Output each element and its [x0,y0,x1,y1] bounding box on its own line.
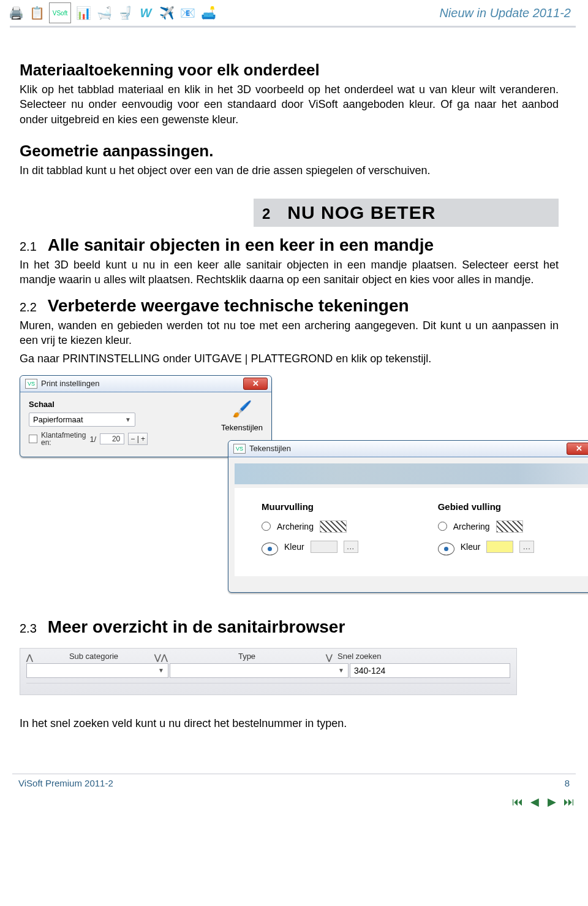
para-sub22a: Muren, wanden en gebieden werden tot nu … [20,318,559,348]
chapter-title: NU NOG BETER [287,202,435,223]
color-swatch-yellow[interactable] [486,541,513,553]
heading-materiaal: Materiaaltoekenning voor elk onderdeel [20,61,559,80]
close-button[interactable]: ✕ [567,443,588,455]
radio-gebied-archering[interactable] [438,522,447,531]
radio-muur-archering[interactable] [262,522,271,531]
para-sub22b: Ga naar PRINTINSTELLING onder UITGAVE | … [20,351,559,366]
radio-label: Kleur [461,542,481,552]
subsection-number: 2.1 [20,240,37,254]
sanitairbrowser-strip: ⋀ Sub categorie ⋁ ⋀ Type ⋁ Snel zoeken ▼… [20,648,517,695]
klantafmeting-checkbox[interactable] [29,435,37,443]
tekenstijlen-label: Tekenstijlen [221,423,263,432]
color-picker-button[interactable]: ... [344,541,358,553]
chevron-down-icon: ▼ [338,667,344,674]
radio-label: Archering [453,522,490,531]
snelzoeken-input[interactable]: 340-124 [350,663,510,678]
sort-asc-icon[interactable]: ⋀ [161,653,168,662]
radio-label: Kleur [284,542,304,552]
nav-first-icon[interactable]: ⏮ [511,796,524,808]
close-button[interactable]: ✕ [243,378,268,390]
brush-icon: 🖌️ [230,400,254,419]
dialog-title-text: Tekenstijlen [249,444,291,453]
send-icon: ✈️ [158,4,175,21]
chapter-number: 2 [262,205,270,223]
visoft-logo-icon: VS [25,379,37,389]
subsection-number: 2.3 [20,622,37,636]
visoft-logo-icon: VS [233,444,246,454]
column-header-subcategorie[interactable]: ⋀ Sub categorie ⋁ [26,652,161,661]
subcategorie-select[interactable]: ▼ [26,663,168,678]
fraction-prefix: 1/ [89,435,96,444]
checklist-icon: 📋 [28,4,45,21]
page-header-title: Nieuw in Update 2011-2 [439,6,571,20]
chevron-down-icon: ▼ [125,416,131,423]
radio-label: Archering [277,522,314,531]
sort-desc-icon[interactable]: ⋁ [326,653,333,662]
nav-last-icon[interactable]: ⏭ [562,796,576,808]
subsection-title: Alle sanitair objecten in een keer in ee… [48,235,434,255]
wave-icon: W [137,4,154,21]
printer-icon: 🖨️ [7,4,24,21]
footer-rule [12,774,576,774]
bathtub-icon: 🛁 [96,4,113,21]
color-picker-button[interactable]: ... [519,541,534,553]
browser-divider [26,683,510,688]
type-select[interactable]: ▼ [170,663,349,678]
visoft-logo-icon: VSoft [49,2,71,23]
papierformaat-select[interactable]: Papierformaat ▼ [29,413,135,427]
subsection-number: 2.2 [20,300,37,314]
scale-value-input[interactable]: 20 [100,433,124,444]
lamp-icon: 🛋️ [200,4,217,21]
dialog-title-bar: VS Tekenstijlen [228,441,588,457]
nav-prev-icon[interactable]: ◀ [528,796,541,808]
column-header-type[interactable]: ⋀ Type ⋁ [161,652,333,661]
color-swatch-grey[interactable] [311,541,337,553]
chapter-bar: 2 NU NOG BETER [254,199,559,227]
subsection-title: Meer overzicht in de sanitairbrowser [48,617,345,637]
scale-stepper[interactable]: − | + [128,433,148,445]
group-title-muurvulling: Muurvulling [262,501,358,512]
radio-muur-kleur[interactable] [262,542,278,555]
heading-geometrie: Geometrie aanpassingen. [20,142,559,161]
toolbar-icons: 🖨️ 📋 VSoft 📊 🛁 🚽 W ✈️ 📧 🛋️ [7,2,217,23]
select-value: Papierformaat [33,415,83,424]
hatch-swatch [320,520,347,533]
para-materiaal: Klik op het tabblad materiaal en klik in… [20,82,559,127]
label-klantafmeting: Klantafmetingen: [41,432,86,447]
radio-gebied-kleur[interactable] [438,542,454,555]
sort-asc-icon[interactable]: ⋀ [26,653,33,662]
para-sub23: In het snel zoeken veld kunt u nu direct… [20,716,559,731]
dialog-title-bar: VS Print instellingen [20,376,271,392]
chevron-down-icon: ▼ [158,667,164,674]
chart-icon: 📊 [75,4,92,21]
hatch-swatch [496,520,523,533]
nav-next-icon[interactable]: ▶ [545,796,559,808]
para-geometrie: In dit tabblad kunt u het object over ee… [20,163,559,178]
dialog-title-text: Print instellingen [41,379,99,388]
decorative-panel [235,463,588,484]
label-schaal: Schaal [29,400,184,409]
footer-left: ViSoft Premium 2011-2 [18,778,113,788]
group-title-gebiedvulling: Gebied vulling [438,501,535,512]
footer-page-number: 8 [565,778,570,788]
toilet-icon: 🚽 [116,4,134,21]
column-header-snelzoeken: Snel zoeken [333,652,510,661]
mail-icon: 📧 [179,4,196,21]
subsection-title: Verbeterde weergave technische tekeninge… [48,296,409,316]
para-sub21: In het 3D beeld kunt u nu in een keer al… [20,257,559,287]
dialog-tekenstijlen: VS Tekenstijlen ✕ Muurvulling Archering [228,440,588,593]
sort-desc-icon[interactable]: ⋁ [154,653,161,662]
